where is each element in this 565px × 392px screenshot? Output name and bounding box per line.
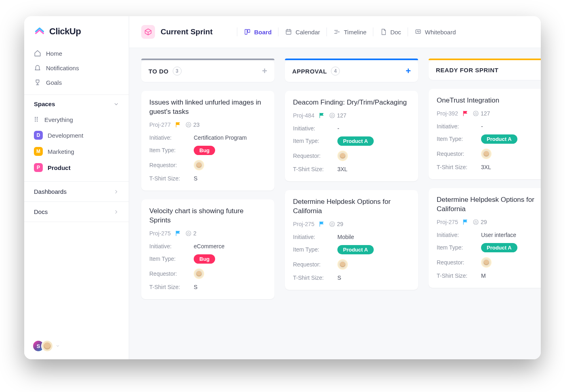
points-value: 23 [193, 122, 200, 128]
space-everything[interactable]: ⠿ Everything [30, 112, 123, 127]
card-title: Determine Helpdesk Options for Californi… [293, 197, 410, 216]
nav-notifications[interactable]: Notifications [30, 61, 123, 75]
sidebar-dashboards[interactable]: Dashboards [24, 181, 129, 201]
svg-point-5 [186, 231, 191, 236]
field-size-value: S [194, 284, 197, 290]
task-card[interactable]: Velocity chart is showing future Sprints… [141, 199, 274, 299]
sidebar-link-label: Docs [34, 208, 48, 215]
item-type-badge: Product A [337, 245, 374, 254]
column-header[interactable]: READY FOR SPRINT [429, 60, 541, 80]
field-requestor-label: Requestor: [293, 153, 332, 159]
field-size-label: T-Shirt Size: [149, 175, 188, 182]
space-product[interactable]: P Product [30, 159, 123, 176]
chevron-right-icon [113, 189, 119, 195]
field-requestor-label: Requestor: [437, 151, 475, 157]
space-label: Everything [44, 116, 73, 123]
card-title: Issues with linked unfurled images in gu… [149, 98, 266, 117]
points-chip: 29 [329, 221, 343, 227]
breadcrumb[interactable]: Current Sprint [141, 25, 213, 39]
task-card[interactable]: Issues with linked unfurled images in gu… [141, 91, 274, 191]
flag-icon [175, 122, 181, 128]
requestor-avatar [337, 259, 348, 270]
flag-icon [462, 219, 469, 225]
tab-whiteboard[interactable]: Whiteboard [414, 28, 456, 36]
field-initiative-label: Initiative: [293, 125, 332, 132]
nav-goals[interactable]: Goals [30, 75, 123, 90]
field-size-label: T-Shirt Size: [293, 275, 332, 281]
flag-icon [318, 112, 325, 119]
field-size-value: S [337, 275, 341, 281]
field-item-type-label: Item Type: [293, 138, 332, 144]
tab-label: Board [254, 29, 272, 36]
project-id: Proj-275 [293, 221, 314, 227]
board-column: APPROVAL 4+ Deacom Finding: Dry/Trim/Pac… [285, 60, 418, 308]
secondary-user-avatar [41, 340, 53, 352]
board-column: TO DO 3+ Issues with linked unfurled ima… [141, 60, 274, 308]
calendar-icon [285, 28, 292, 36]
tab-label: Timeline [344, 29, 366, 36]
points-chip: 23 [185, 122, 200, 128]
field-initiative-label: Initiative: [293, 234, 332, 240]
separator [326, 27, 327, 36]
flag-icon [318, 221, 325, 227]
space-label: Development [48, 132, 83, 139]
brand[interactable]: ClickUp [24, 16, 129, 44]
spaces-header[interactable]: Spaces [24, 94, 129, 111]
item-type-badge: Product A [337, 136, 374, 146]
field-item-type-label: Item Type: [437, 136, 475, 142]
tab-timeline[interactable]: Timeline [333, 28, 366, 36]
field-item-type-label: Item Type: [149, 256, 188, 262]
column-header[interactable]: APPROVAL 4+ [285, 60, 418, 82]
page-title: Current Sprint [161, 27, 213, 36]
board-column: READY FOR SPRINT OneTrust Integration Pr… [429, 60, 541, 308]
field-size-label: T-Shirt Size: [149, 284, 188, 290]
field-item-type-label: Item Type: [437, 244, 475, 251]
requestor-avatar [194, 160, 204, 170]
column-title: APPROVAL 4 [292, 67, 340, 75]
field-item-type-label: Item Type: [293, 246, 332, 253]
tab-calendar[interactable]: Calendar [285, 28, 320, 36]
board-icon [244, 28, 251, 36]
tab-doc[interactable]: Doc [380, 28, 401, 36]
user-switcher[interactable]: S [24, 333, 129, 359]
task-card[interactable]: Determine Helpdesk Options for Californi… [429, 188, 541, 288]
requestor-avatar [481, 149, 492, 159]
sidebar-docs[interactable]: Docs [24, 201, 129, 222]
field-size-label: T-Shirt Size: [293, 166, 332, 172]
add-card-button[interactable]: + [406, 67, 411, 75]
doc-icon [380, 28, 387, 36]
nav-home[interactable]: Home [30, 46, 123, 61]
space-marketing[interactable]: M Marketing [30, 143, 123, 159]
timeline-icon [333, 28, 341, 36]
svg-point-4 [186, 122, 191, 127]
project-id: Proj-275 [437, 219, 458, 225]
tab-board[interactable]: Board [244, 28, 272, 36]
column-title: TO DO 3 [149, 67, 182, 75]
sidebar: ClickUp Home Notifications Goals Spaces … [24, 16, 129, 359]
requestor-avatar [194, 268, 204, 279]
add-card-button[interactable]: + [262, 67, 267, 75]
points-chip: 127 [473, 110, 490, 117]
whiteboard-icon [414, 28, 422, 36]
card-meta: Proj-484 127 [293, 112, 410, 119]
field-initiative-label: Initiative: [437, 123, 475, 130]
task-card[interactable]: OneTrust Integration Proj-392 127 Initia… [429, 89, 541, 179]
app-window: ClickUp Home Notifications Goals Spaces … [24, 16, 541, 359]
space-development[interactable]: D Development [30, 127, 123, 143]
points-value: 2 [193, 230, 197, 237]
field-item-type-label: Item Type: [149, 147, 188, 153]
card-title: Velocity chart is showing future Sprints [149, 207, 266, 225]
svg-point-9 [473, 220, 478, 224]
space-label: Product [48, 164, 71, 171]
column-header[interactable]: TO DO 3+ [141, 60, 274, 82]
task-card[interactable]: Deacom Finding: Dry/Trim/Packaging Proj-… [285, 91, 418, 181]
tab-label: Doc [390, 29, 401, 36]
task-card[interactable]: Determine Helpdesk Options for Californi… [285, 190, 418, 290]
home-icon [34, 50, 41, 57]
separator [373, 27, 373, 36]
bell-icon [34, 64, 41, 71]
field-size-value: 3XL [481, 164, 491, 170]
chevron-right-icon [113, 209, 119, 215]
field-size-value: M [481, 273, 486, 279]
trophy-icon [34, 79, 41, 86]
